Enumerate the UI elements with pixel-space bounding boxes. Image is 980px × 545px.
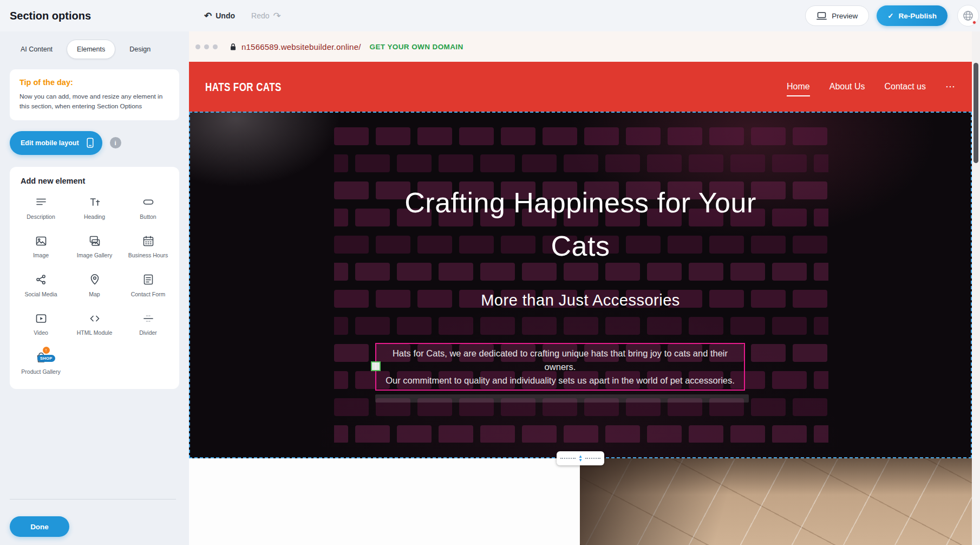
paragraph-line: Hats for Cats, we are dedicated to craft… (376, 347, 744, 374)
section-resize-handle[interactable]: ▲▼ (557, 451, 604, 465)
element-item-heading[interactable]: Heading (69, 195, 120, 221)
product-gallery-icon: ↑ SHOP (35, 350, 48, 365)
brick (501, 127, 535, 145)
nav-item-home[interactable]: Home (787, 82, 810, 92)
check-icon: ✓ (887, 11, 893, 20)
republish-label: Re-Publish (898, 12, 937, 20)
element-item-video[interactable]: Video (16, 311, 67, 337)
hero-section[interactable]: Crafting Happiness for Your Cats More th… (189, 112, 972, 458)
brick (522, 154, 557, 172)
redo-button[interactable]: Redo ↷ (251, 11, 281, 21)
redo-label: Redo (251, 11, 269, 20)
site-logo[interactable]: HATS FOR CATS (205, 80, 282, 94)
brick (397, 317, 432, 335)
add-element-title: Add new element (21, 177, 175, 185)
map-icon (88, 272, 101, 287)
brick (605, 317, 640, 335)
site-preview: HATS FOR CATS Home About Us Contact us ⋯… (189, 62, 972, 545)
button-icon (142, 195, 155, 210)
phone-icon (87, 138, 94, 148)
element-item-button[interactable]: Button (123, 195, 174, 221)
window-dot (204, 44, 209, 49)
brick (480, 317, 515, 335)
site-header: HATS FOR CATS Home About Us Contact us ⋯ (189, 62, 972, 112)
brick (605, 154, 640, 172)
hero-heading[interactable]: Crafting Happiness for Your Cats (189, 181, 972, 268)
brick (439, 425, 473, 443)
image-icon (35, 233, 48, 248)
nav-item-contact[interactable]: Contact us (885, 82, 926, 92)
nav-more-button[interactable]: ⋯ (945, 81, 956, 93)
brick (584, 127, 619, 145)
element-item-contact-form[interactable]: Contact Form (123, 272, 174, 299)
tip-title: Tip of the day: (19, 78, 169, 87)
brick (793, 127, 827, 145)
info-icon[interactable]: i (110, 137, 121, 148)
social-media-icon (35, 272, 48, 287)
brick (334, 344, 369, 362)
sidebar: AI Content Elements Design Tip of the da… (0, 31, 189, 545)
brick (397, 425, 432, 443)
brick (772, 371, 807, 389)
element-item-image[interactable]: Image (16, 233, 67, 259)
undo-button[interactable]: ↶ Undo (204, 11, 235, 21)
topbar: Section options ↶ Undo Redo ↷ Preview ✓ … (0, 0, 980, 31)
brick (814, 154, 828, 172)
nav-item-about[interactable]: About Us (829, 82, 865, 92)
element-item-social-media[interactable]: Social Media (16, 272, 67, 299)
site-url: n1566589.websitebuilder.online/ (241, 42, 361, 51)
element-item-description[interactable]: Description (16, 195, 67, 221)
html-module-icon (88, 311, 101, 326)
brick (334, 154, 348, 172)
language-globe-button[interactable] (957, 5, 979, 27)
brick (814, 425, 828, 443)
brick (647, 317, 682, 335)
site-nav: Home About Us Contact us ⋯ (787, 81, 956, 93)
tab-elements[interactable]: Elements (67, 40, 115, 59)
element-item-html-module[interactable]: HTML Module (69, 311, 120, 337)
element-resize-handle[interactable] (371, 361, 381, 371)
element-item-business-hours[interactable]: Business Hours (123, 233, 174, 259)
brick (772, 154, 807, 172)
ghost-element-bar (375, 394, 749, 403)
business-hours-icon (142, 233, 155, 248)
preview-button[interactable]: Preview (805, 5, 869, 26)
done-button[interactable]: Done (10, 516, 69, 537)
hero-background: Crafting Happiness for Your Cats More th… (189, 112, 972, 458)
element-item-product-gallery[interactable]: ↑ SHOP Product Gallery (16, 350, 67, 376)
brick (709, 127, 744, 145)
topbar-actions: Preview ✓ Re-Publish (805, 0, 948, 31)
brick (355, 154, 390, 172)
selected-text-element[interactable]: Hats for Cats, we are dedicated to craft… (375, 343, 745, 391)
brick (626, 127, 661, 145)
scrollbar-thumb[interactable] (974, 63, 978, 163)
brick (439, 154, 473, 172)
tab-ai-content[interactable]: AI Content (11, 40, 62, 59)
brick (814, 371, 828, 389)
sidebar-tabs: AI Content Elements Design (11, 40, 179, 59)
element-item-image-gallery[interactable]: Image Gallery (69, 233, 120, 259)
video-icon (35, 311, 48, 326)
hero-subheading[interactable]: More than Just Accessories (189, 291, 972, 309)
brick (355, 425, 390, 443)
brick (689, 317, 723, 335)
divider-icon (142, 311, 155, 326)
element-item-divider[interactable]: Divider (123, 311, 174, 337)
edit-mobile-layout-button[interactable]: Edit mobile layout (10, 131, 102, 155)
republish-button[interactable]: ✓ Re-Publish (877, 5, 948, 26)
brick (647, 425, 682, 443)
page-title: Section options (10, 10, 91, 22)
next-section (189, 458, 972, 545)
brick (689, 425, 723, 443)
tab-design[interactable]: Design (120, 40, 160, 59)
brick (564, 154, 598, 172)
brick (772, 317, 807, 335)
sidebar-divider (10, 499, 176, 499)
tip-body: Now you can add, move and resize any ele… (19, 92, 166, 112)
brick (334, 425, 348, 443)
image-gallery-icon (88, 233, 101, 248)
get-domain-link[interactable]: GET YOUR OWN DOMAIN (370, 43, 463, 51)
brick (564, 425, 598, 443)
brick (459, 127, 494, 145)
element-item-map[interactable]: Map (69, 272, 120, 299)
